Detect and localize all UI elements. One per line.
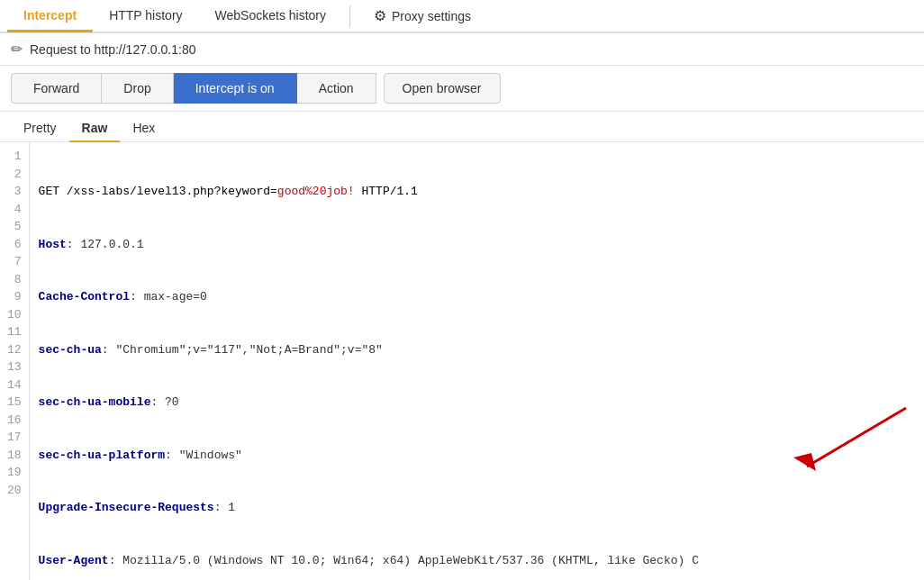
tab-proxy-settings[interactable]: ⚙ Proxy settings	[358, 0, 487, 32]
gear-icon: ⚙	[374, 7, 386, 24]
code-line-2: Host: 127.0.0.1	[39, 236, 915, 254]
code-area: 12345 678910 1112131415 1617181920 GET /…	[0, 142, 924, 580]
drop-button[interactable]: Drop	[102, 73, 173, 104]
request-url-label: Request to http://127.0.0.1:80	[30, 42, 195, 57]
code-line-1: GET /xss-labs/level13.php?keyword=good%2…	[39, 183, 915, 201]
request-bar: ✏ Request to http://127.0.0.1:80	[0, 33, 924, 66]
action-button[interactable]: Action	[297, 73, 376, 104]
view-tab-bar: Pretty Raw Hex	[0, 112, 924, 142]
code-line-8: User-Agent: Mozilla/5.0 (Windows NT 10.0…	[39, 552, 915, 570]
code-line-4: sec-ch-ua: "Chromium";v="117","Not;A=Bra…	[39, 341, 915, 359]
edit-icon: ✏	[11, 41, 23, 58]
tab-raw[interactable]: Raw	[69, 115, 121, 142]
tab-websockets-history[interactable]: WebSockets history	[199, 1, 342, 32]
line-numbers: 12345 678910 1112131415 1617181920	[0, 142, 30, 580]
tab-bar: Intercept HTTP history WebSockets histor…	[0, 0, 924, 33]
open-browser-button[interactable]: Open browser	[384, 73, 501, 104]
intercept-button[interactable]: Intercept is on	[174, 73, 297, 104]
red-arrow-annotation	[735, 399, 915, 507]
tab-hex[interactable]: Hex	[120, 115, 168, 142]
tab-separator	[349, 5, 350, 27]
code-line-3: Cache-Control: max-age=0	[39, 288, 915, 306]
action-bar: Forward Drop Intercept is on Action Open…	[0, 66, 924, 112]
svg-marker-1	[793, 453, 816, 471]
proxy-settings-label: Proxy settings	[392, 9, 471, 23]
tab-http-history[interactable]: HTTP history	[93, 1, 198, 32]
tab-intercept[interactable]: Intercept	[7, 1, 93, 32]
code-content[interactable]: GET /xss-labs/level13.php?keyword=good%2…	[30, 142, 924, 580]
forward-button[interactable]: Forward	[11, 73, 102, 104]
svg-line-0	[807, 408, 906, 467]
tab-pretty[interactable]: Pretty	[11, 115, 69, 142]
